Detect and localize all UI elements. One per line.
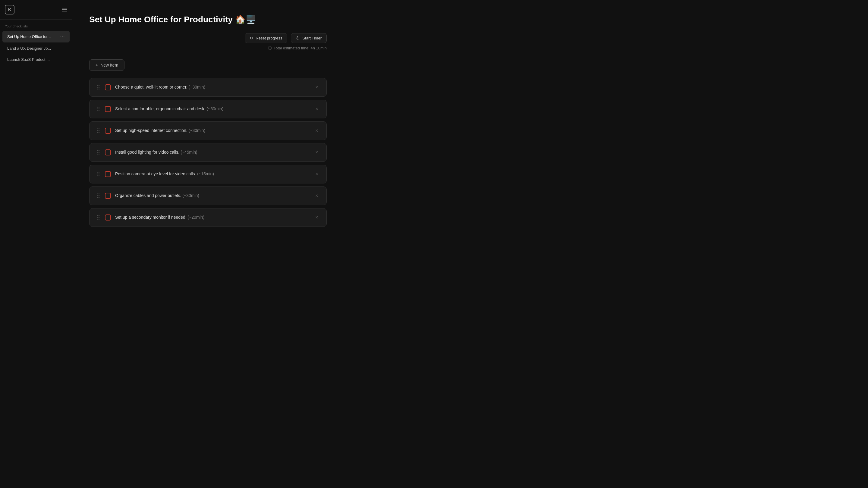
checklist-item-6[interactable]: Organize cables and power outlets. (~30m… [89,187,327,205]
item-text-7: Set up a secondary monitor if needed. [115,215,187,220]
item-delete-3[interactable]: × [313,127,320,134]
item-checkbox-3[interactable] [105,128,111,134]
drag-handle-1[interactable] [96,84,101,90]
item-label-5: Position camera at eye level for video c… [115,171,309,177]
new-item-button[interactable]: + New Item [89,59,124,71]
reset-progress-button[interactable]: ↺ Reset progress [245,33,287,43]
drag-handle-3[interactable] [96,128,101,133]
item-label-2: Select a comfortable, ergonomic chair an… [115,106,309,112]
item-time-1: (~30min) [189,85,206,90]
checklist-list: Choose a quiet, well-lit room or corner.… [89,78,327,227]
item-time-6: (~30min) [182,193,199,198]
item-delete-5[interactable]: × [313,170,320,178]
sidebar-item-label-1: Set Up Home Office for... [7,34,59,39]
item-checkbox-4[interactable] [105,150,111,156]
checklist-item-1[interactable]: Choose a quiet, well-lit room or corner.… [89,78,327,97]
sidebar-item-label-2: Land a UX Designer Jo... [7,46,65,51]
new-item-label: New Item [100,63,118,67]
item-text-6: Organize cables and power outlets. [115,193,181,198]
item-checkbox-7[interactable] [105,215,111,221]
checklist-item-4[interactable]: Install good lighting for video calls. (… [89,143,327,162]
drag-handle-4[interactable] [96,150,101,155]
item-time-2: (~60min) [207,106,224,111]
item-time-5: (~15min) [197,171,214,176]
checklist-item-2[interactable]: Select a comfortable, ergonomic chair an… [89,100,327,119]
toolbar: ↺ Reset progress ⏱ Start Timer [89,33,327,43]
item-text-4: Install good lighting for video calls. [115,150,179,155]
page-title: Set Up Home Office for Productivity 🏠🖥️ [89,14,327,25]
reset-progress-label: Reset progress [255,36,282,40]
item-delete-4[interactable]: × [313,149,320,156]
item-label-4: Install good lighting for video calls. (… [115,150,309,156]
drag-handle-6[interactable] [96,193,101,198]
info-icon: ⓘ [268,45,272,51]
item-label-7: Set up a secondary monitor if needed. (~… [115,215,309,221]
item-text-5: Position camera at eye level for video c… [115,171,196,176]
item-checkbox-1[interactable] [105,84,111,90]
timer-icon: ⏱ [296,36,300,40]
plus-icon: + [96,63,98,67]
checklist-item-7[interactable]: Set up a secondary monitor if needed. (~… [89,208,327,227]
item-text-1: Choose a quiet, well-lit room or corner. [115,85,187,90]
start-timer-label: Start Timer [302,36,321,40]
item-time-4: (~45min) [181,150,197,155]
main-content-area: Set Up Home Office for Productivity 🏠🖥️ … [72,0,868,488]
checklist-item-5[interactable]: Position camera at eye level for video c… [89,165,327,184]
sidebar: K Your checklists Set Up Home Office for… [0,0,72,488]
item-delete-2[interactable]: × [313,105,320,113]
item-delete-6[interactable]: × [313,192,320,199]
item-delete-7[interactable]: × [313,214,320,221]
item-time-7: (~20min) [187,215,204,220]
sidebar-item-3[interactable]: Launch SaaS Product ... [2,54,70,65]
sidebar-header: K [0,0,72,20]
item-checkbox-2[interactable] [105,106,111,112]
item-time-3: (~30min) [189,128,206,133]
reset-icon: ↺ [250,36,253,40]
start-timer-button[interactable]: ⏱ Start Timer [291,33,327,43]
item-text-3: Set up high-speed internet connection. [115,128,187,133]
item-text-2: Select a comfortable, ergonomic chair an… [115,106,206,111]
estimated-time: ⓘ Total estimated time: 4h 10min [89,45,327,51]
drag-handle-7[interactable] [96,215,101,220]
sidebar-item-label-3: Launch SaaS Product ... [7,57,65,62]
item-checkbox-6[interactable] [105,193,111,199]
item-label-3: Set up high-speed internet connection. (… [115,128,309,134]
checklist-item-3[interactable]: Set up high-speed internet connection. (… [89,121,327,140]
sidebar-section-label: Your checklists [0,20,72,30]
sidebar-item-1[interactable]: Set Up Home Office for... ⋯ [2,31,70,42]
item-label-6: Organize cables and power outlets. (~30m… [115,193,309,199]
sidebar-menu-icon[interactable] [62,8,67,11]
item-delete-1[interactable]: × [313,84,320,91]
item-checkbox-5[interactable] [105,171,111,177]
drag-handle-5[interactable] [96,171,101,177]
item-label-1: Choose a quiet, well-lit room or corner.… [115,84,309,90]
app-logo: K [5,5,14,14]
sidebar-item-menu-1[interactable]: ⋯ [59,34,65,39]
estimated-time-label: Total estimated time: 4h 10min [274,46,327,50]
drag-handle-2[interactable] [96,106,101,112]
sidebar-item-2[interactable]: Land a UX Designer Jo... [2,43,70,54]
